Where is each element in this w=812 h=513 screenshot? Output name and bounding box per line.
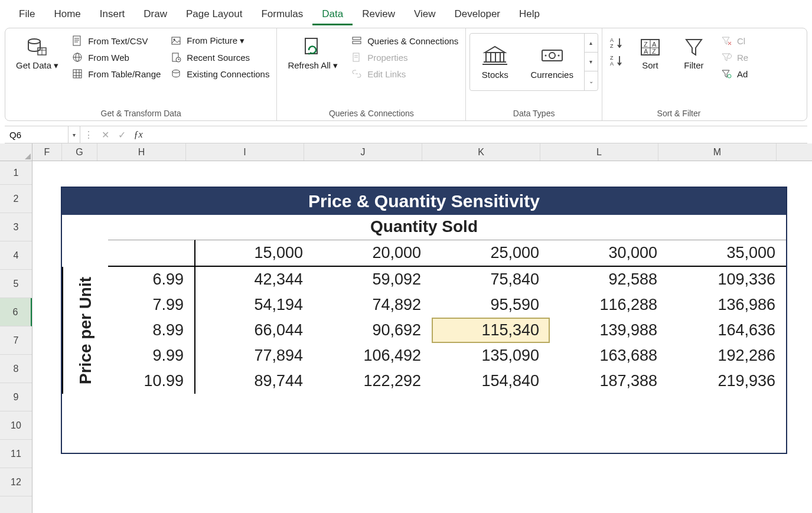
svg-point-28 xyxy=(549,53,555,58)
from-picture-button[interactable]: From Picture ▾ xyxy=(167,33,273,48)
data-cell-0-1[interactable]: 59,092 xyxy=(314,267,432,292)
gallery-more[interactable]: ⌄ xyxy=(585,71,598,90)
data-cell-3-3[interactable]: 163,688 xyxy=(550,343,668,368)
clear-filter-icon xyxy=(720,35,732,47)
gallery-down[interactable]: ▾ xyxy=(585,53,598,71)
price-header-0[interactable]: 6.99 xyxy=(108,267,195,292)
col-header-K[interactable]: K xyxy=(422,143,540,161)
name-box[interactable] xyxy=(5,126,69,143)
row-header-10[interactable]: 10 xyxy=(0,411,32,440)
sort-button[interactable]: ZAAZ Sort xyxy=(630,33,671,73)
data-cell-4-3[interactable]: 187,388 xyxy=(550,368,668,394)
qty-header-2[interactable]: 25,000 xyxy=(432,240,550,267)
row-header-5[interactable]: 5 xyxy=(0,270,32,298)
price-header-2[interactable]: 8.99 xyxy=(108,318,195,343)
data-cell-0-3[interactable]: 92,588 xyxy=(550,267,668,292)
qty-header-4[interactable]: 35,000 xyxy=(668,240,786,267)
col-header-G[interactable]: G xyxy=(62,143,97,161)
data-cell-2-1[interactable]: 90,692 xyxy=(314,318,432,343)
data-cell-0-0[interactable]: 42,344 xyxy=(195,267,314,292)
menu-file[interactable]: File xyxy=(9,5,44,25)
name-box-dropdown[interactable]: ▾ xyxy=(69,126,80,143)
svg-text:A: A xyxy=(644,48,648,55)
data-cell-2-2[interactable]: 115,340 xyxy=(432,318,550,343)
data-cell-4-1[interactable]: 122,292 xyxy=(314,368,432,394)
data-cell-2-4[interactable]: 164,636 xyxy=(668,318,786,343)
row-header-8[interactable]: 8 xyxy=(0,355,32,383)
svg-rect-4 xyxy=(73,36,80,45)
data-cell-1-4[interactable]: 136,986 xyxy=(668,292,786,318)
qty-header-0[interactable]: 15,000 xyxy=(195,240,314,267)
row-header-7[interactable]: 7 xyxy=(0,326,32,355)
menu-help[interactable]: Help xyxy=(510,5,549,25)
menu-review[interactable]: Review xyxy=(353,5,405,25)
qty-header-3[interactable]: 30,000 xyxy=(550,240,668,267)
advanced-button[interactable]: Ad xyxy=(717,66,752,81)
col-header-L[interactable]: L xyxy=(540,143,658,161)
price-header-1[interactable]: 7.99 xyxy=(108,292,195,318)
menu-view[interactable]: View xyxy=(405,5,445,25)
row-header-2[interactable]: 2 xyxy=(0,185,32,213)
from-web-button[interactable]: From Web xyxy=(68,50,164,65)
menu-draw[interactable]: Draw xyxy=(134,5,177,25)
data-cell-4-0[interactable]: 89,744 xyxy=(195,368,314,394)
filter-button[interactable]: Filter xyxy=(673,33,715,73)
gallery-up[interactable]: ▴ xyxy=(585,34,598,53)
row-header-4[interactable]: 4 xyxy=(0,241,32,270)
cell-area[interactable]: Price & Quantity Sensitivity Quantity So… xyxy=(32,161,812,513)
menu-data[interactable]: Data xyxy=(312,5,353,25)
data-cell-1-3[interactable]: 116,288 xyxy=(550,292,668,318)
price-header-3[interactable]: 9.99 xyxy=(108,343,195,368)
data-cell-1-1[interactable]: 74,892 xyxy=(314,292,432,318)
from-text-csv-button[interactable]: From Text/CSV xyxy=(68,33,164,48)
menu-insert[interactable]: Insert xyxy=(90,5,135,25)
sort-desc-button[interactable]: ZA xyxy=(608,54,625,67)
select-all-corner[interactable] xyxy=(0,143,32,161)
menu-formulas[interactable]: Formulas xyxy=(252,5,312,25)
data-cell-0-4[interactable]: 109,336 xyxy=(668,267,786,292)
data-cell-4-4[interactable]: 219,936 xyxy=(668,368,786,394)
refresh-all-button[interactable]: Refresh All ▾ xyxy=(281,33,345,73)
row-header-6[interactable]: 6 xyxy=(0,298,32,326)
row-header-9[interactable]: 9 xyxy=(0,383,32,411)
qty-header-1[interactable]: 20,000 xyxy=(314,240,432,267)
data-cell-1-0[interactable]: 54,194 xyxy=(195,292,314,318)
data-cell-2-0[interactable]: 66,044 xyxy=(195,318,314,343)
data-cell-0-2[interactable]: 75,840 xyxy=(432,267,550,292)
row-header-3[interactable]: 3 xyxy=(0,213,32,241)
menu-page-layout[interactable]: Page Layout xyxy=(177,5,252,25)
col-header-F[interactable]: F xyxy=(32,143,62,161)
row-header-12[interactable]: 12 xyxy=(0,468,32,496)
col-header-I[interactable]: I xyxy=(186,143,304,161)
data-cell-3-1[interactable]: 106,492 xyxy=(314,343,432,368)
data-cell-3-4[interactable]: 192,286 xyxy=(668,343,786,368)
menu-home[interactable]: Home xyxy=(44,5,90,25)
data-cell-2-3[interactable]: 139,988 xyxy=(550,318,668,343)
price-header-4[interactable]: 10.99 xyxy=(108,368,195,394)
data-cell-3-2[interactable]: 135,090 xyxy=(432,343,550,368)
existing-connections-button[interactable]: Existing Connections xyxy=(167,66,273,81)
formula-input[interactable] xyxy=(146,126,807,143)
recent-sources-button[interactable]: Recent Sources xyxy=(167,50,273,65)
sort-asc-button[interactable]: AZ xyxy=(608,37,625,50)
expand-formula-icon[interactable]: ⋮ xyxy=(80,126,97,143)
data-cell-1-2[interactable]: 95,590 xyxy=(432,292,550,318)
fx-icon[interactable]: ƒx xyxy=(130,126,146,143)
get-data-button[interactable]: Get Data ▾ xyxy=(9,33,66,73)
col-header-H[interactable]: H xyxy=(97,143,186,161)
datatype-stocks[interactable]: Stocks xyxy=(470,40,520,84)
quantity-sold-label: Quantity Sold xyxy=(62,215,786,240)
datatype-currencies[interactable]: Currencies xyxy=(520,40,584,84)
queries-connections-button[interactable]: Queries & Connections xyxy=(347,33,462,48)
menu-developer[interactable]: Developer xyxy=(445,5,510,25)
data-cell-3-0[interactable]: 77,894 xyxy=(195,343,314,368)
cancel-formula-icon[interactable]: ✕ xyxy=(97,126,113,143)
get-data-label: Get Data ▾ xyxy=(16,60,58,71)
enter-formula-icon[interactable]: ✓ xyxy=(113,126,130,143)
from-table-range-button[interactable]: From Table/Range xyxy=(68,66,164,81)
data-cell-4-2[interactable]: 154,840 xyxy=(432,368,550,394)
col-header-J[interactable]: J xyxy=(304,143,422,161)
col-header-M[interactable]: M xyxy=(658,143,777,161)
row-header-1[interactable]: 1 xyxy=(0,161,32,185)
row-header-11[interactable]: 11 xyxy=(0,440,32,468)
